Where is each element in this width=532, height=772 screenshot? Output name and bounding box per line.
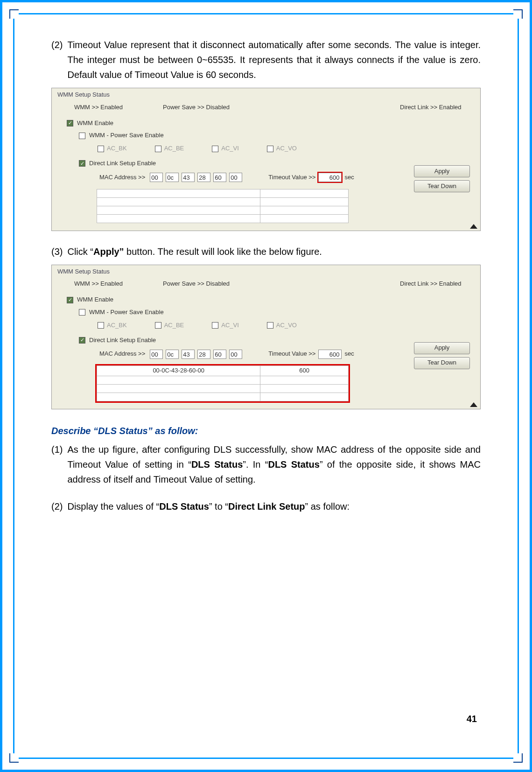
wmm-ps-row: WMM - Power Save Enable bbox=[57, 129, 475, 142]
corner-br bbox=[513, 753, 523, 763]
item-number: (2) bbox=[51, 37, 63, 82]
status-row: WMM >> Enabled Power Save >> Disabled Di… bbox=[57, 278, 475, 294]
wmm-ps-label: WMM - Power Save Enable bbox=[89, 131, 164, 140]
dls-enable-row: Direct Link Setup Enable bbox=[57, 334, 475, 347]
apply-button[interactable]: Apply bbox=[414, 342, 470, 354]
wmm-enable-checkbox[interactable] bbox=[67, 297, 73, 303]
mac-field-0[interactable]: 00 bbox=[150, 350, 163, 359]
dls-enable-checkbox[interactable] bbox=[79, 337, 85, 344]
timeout-input[interactable]: 600 bbox=[318, 350, 342, 359]
dls-status-table[interactable]: 00-0C-43-28-60-00600 bbox=[97, 365, 349, 401]
wmm-ps-checkbox[interactable] bbox=[79, 133, 85, 139]
dls-enable-label: Direct Link Setup Enable bbox=[89, 159, 156, 168]
ac-vi-checkbox[interactable] bbox=[212, 146, 218, 152]
timeout-unit: sec bbox=[344, 349, 354, 359]
mac-field-2[interactable]: 43 bbox=[182, 173, 195, 182]
dls-enable-label: Direct Link Setup Enable bbox=[89, 336, 156, 345]
ac-vi-checkbox[interactable] bbox=[212, 322, 218, 329]
teardown-button[interactable]: Tear Down bbox=[414, 180, 470, 192]
corner-tl bbox=[9, 9, 19, 19]
status-powersave: Power Save >> Disabled bbox=[163, 279, 400, 289]
page-number: 41 bbox=[467, 711, 477, 726]
ac-bk-label: AC_BK bbox=[107, 321, 127, 330]
mac-label: MAC Address >> bbox=[99, 349, 145, 359]
ac-vo-label: AC_VO bbox=[276, 144, 297, 154]
dls-enable-row: Direct Link Setup Enable bbox=[57, 157, 475, 170]
ac-row: AC_BK AC_BE AC_VI AC_VO bbox=[57, 319, 475, 334]
wmm-ps-label: WMM - Power Save Enable bbox=[89, 308, 164, 317]
dls-status-table[interactable] bbox=[97, 189, 349, 223]
list-item: (2) Display the values of “DLS Status” t… bbox=[51, 499, 481, 514]
wmm-enable-label: WMM Enable bbox=[77, 119, 113, 128]
ac-vo-label: AC_VO bbox=[276, 321, 297, 330]
item-text: Timeout Value represent that it disconne… bbox=[67, 37, 481, 82]
table-cell-mac: 00-0C-43-28-60-00 bbox=[97, 366, 260, 376]
mac-field-0[interactable]: 00 bbox=[150, 173, 163, 182]
mac-field-4[interactable]: 60 bbox=[213, 350, 226, 359]
ac-bk-checkbox[interactable] bbox=[98, 322, 104, 329]
wmm-enable-checkbox[interactable] bbox=[67, 120, 73, 126]
wmm-ps-checkbox[interactable] bbox=[79, 309, 85, 316]
mac-field-5[interactable]: 00 bbox=[229, 173, 242, 182]
timeout-label: Timeout Value >> bbox=[268, 349, 315, 359]
item-text: Click “Apply” button. The result will lo… bbox=[67, 244, 481, 259]
status-wmm: WMM >> Enabled bbox=[74, 103, 163, 112]
ac-vo-checkbox[interactable] bbox=[267, 146, 273, 152]
ac-bk-label: AC_BK bbox=[107, 144, 127, 154]
ac-be-label: AC_BE bbox=[164, 321, 184, 330]
list-item: (3) Click “Apply” button. The result wil… bbox=[51, 244, 481, 259]
status-directlink: Direct Link >> Enabled bbox=[400, 279, 475, 289]
status-powersave: Power Save >> Disabled bbox=[163, 103, 400, 112]
status-wmm: WMM >> Enabled bbox=[74, 279, 163, 289]
mac-label: MAC Address >> bbox=[99, 173, 145, 182]
wmm-enable-row: WMM Enable bbox=[57, 294, 475, 306]
wmm-panel-1: WMM Setup Status WMM >> Enabled Power Sa… bbox=[51, 88, 481, 231]
item-text: As the up figure, after configuring DLS … bbox=[67, 442, 481, 487]
corner-tr bbox=[513, 9, 523, 19]
apply-button[interactable]: Apply bbox=[414, 165, 470, 177]
ac-be-label: AC_BE bbox=[164, 144, 184, 154]
table-cell-timeout: 600 bbox=[260, 366, 349, 376]
item-number: (2) bbox=[51, 499, 63, 514]
mac-field-1[interactable]: 0c bbox=[166, 350, 179, 359]
mac-row: MAC Address >> 00 0c 43 28 60 00 Timeout… bbox=[57, 170, 475, 185]
teardown-button[interactable]: Tear Down bbox=[414, 357, 470, 369]
ac-bk-checkbox[interactable] bbox=[98, 146, 104, 152]
mac-field-3[interactable]: 28 bbox=[197, 350, 210, 359]
list-item: (2) Timeout Value represent that it disc… bbox=[51, 37, 481, 82]
ac-vi-label: AC_VI bbox=[221, 144, 239, 154]
scroll-up-icon[interactable] bbox=[470, 402, 477, 407]
wmm-enable-row: WMM Enable bbox=[57, 117, 475, 130]
timeout-unit: sec bbox=[344, 173, 354, 182]
section-heading: Describe “DLS Status” as follow: bbox=[51, 423, 481, 438]
dls-enable-checkbox[interactable] bbox=[79, 160, 85, 167]
item-text: Display the values of “DLS Status” to “D… bbox=[67, 499, 481, 514]
timeout-input[interactable]: 600 bbox=[318, 173, 342, 182]
ac-be-checkbox[interactable] bbox=[155, 146, 161, 152]
page-content: (2) Timeout Value represent that it disc… bbox=[51, 37, 481, 735]
timeout-label: Timeout Value >> bbox=[268, 173, 315, 182]
corner-bl bbox=[9, 753, 19, 763]
item-number: (3) bbox=[51, 244, 63, 259]
ac-vi-label: AC_VI bbox=[221, 321, 239, 330]
mac-field-1[interactable]: 0c bbox=[166, 173, 179, 182]
status-row: WMM >> Enabled Power Save >> Disabled Di… bbox=[57, 102, 475, 117]
status-directlink: Direct Link >> Enabled bbox=[400, 103, 475, 112]
fieldset-title: WMM Setup Status bbox=[57, 90, 475, 100]
list-item: (1) As the up figure, after configuring … bbox=[51, 442, 481, 487]
wmm-ps-row: WMM - Power Save Enable bbox=[57, 306, 475, 319]
mac-field-5[interactable]: 00 bbox=[229, 350, 242, 359]
fieldset-title: WMM Setup Status bbox=[57, 267, 475, 277]
mac-field-3[interactable]: 28 bbox=[197, 173, 210, 182]
mac-row: MAC Address >> 00 0c 43 28 60 00 Timeout… bbox=[57, 346, 475, 362]
scroll-up-icon[interactable] bbox=[470, 224, 477, 229]
mac-field-4[interactable]: 60 bbox=[213, 173, 226, 182]
wmm-enable-label: WMM Enable bbox=[77, 295, 113, 305]
item-number: (1) bbox=[51, 442, 63, 487]
mac-field-2[interactable]: 43 bbox=[182, 350, 195, 359]
wmm-panel-2: WMM Setup Status WMM >> Enabled Power Sa… bbox=[51, 265, 481, 409]
ac-vo-checkbox[interactable] bbox=[267, 322, 273, 329]
ac-be-checkbox[interactable] bbox=[155, 322, 161, 329]
ac-row: AC_BK AC_BE AC_VI AC_VO bbox=[57, 142, 475, 157]
